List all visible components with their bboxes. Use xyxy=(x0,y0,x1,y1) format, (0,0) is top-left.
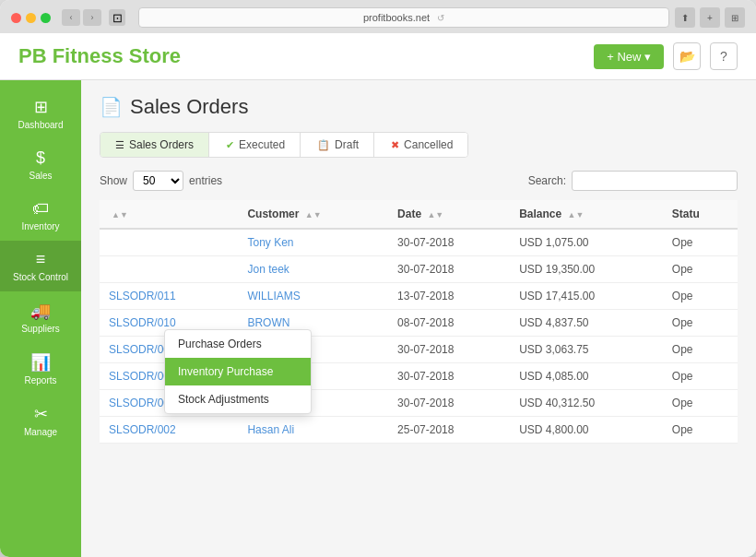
help-button[interactable]: ? xyxy=(710,42,738,70)
cell-balance: USD 4,085.00 xyxy=(510,363,663,390)
cell-status: Ope xyxy=(663,337,738,363)
show-entries: Show 50 25 100 entries xyxy=(100,171,222,191)
dropdown-item-purchase-orders[interactable]: Purchase Orders xyxy=(165,330,311,358)
cell-balance: USD 4,800.00 xyxy=(510,417,663,444)
dashboard-icon: ⊞ xyxy=(34,97,48,117)
table-header-row: ▲▼ Customer ▲▼ Date ▲▼ xyxy=(100,200,738,229)
page-title-row: 📄 Sales Orders xyxy=(100,95,738,119)
cell-customer: WILLIAMS xyxy=(238,283,388,310)
back-button[interactable]: ‹ xyxy=(62,9,80,26)
sales-icon: $ xyxy=(36,148,45,168)
new-button[interactable]: + New ▾ xyxy=(594,44,664,69)
share-button[interactable]: ⬆ xyxy=(675,7,695,28)
cell-customer: Tony Ken xyxy=(238,229,388,256)
customer-link[interactable]: Hasan Ali xyxy=(247,423,294,436)
date-sort-icon[interactable]: ▲▼ xyxy=(427,210,443,219)
customer-link[interactable]: Jon teek xyxy=(247,263,289,276)
cell-status: Ope xyxy=(663,417,738,444)
cell-status: Ope xyxy=(663,390,738,417)
traffic-lights xyxy=(11,13,51,23)
page-title-icon: 📄 xyxy=(100,96,123,118)
sidebar-item-dashboard[interactable]: ⊞ Dashboard xyxy=(0,88,81,139)
col-customer-label: Customer xyxy=(247,207,299,220)
window-layout-button[interactable]: ⊡ xyxy=(109,9,125,26)
executed-tab-icon: ✔ xyxy=(226,139,234,151)
sidebar-item-manage[interactable]: ✂ Manage xyxy=(0,395,81,446)
cell-balance: USD 17,415.00 xyxy=(510,283,663,310)
browser-chrome: ‹ › ⊡ profitbooks.net ↺ ⬆ + ⊞ xyxy=(0,0,756,33)
inventory-icon: 🏷 xyxy=(32,199,49,219)
dropdown-item-inventory-purchase[interactable]: Inventory Purchase xyxy=(165,358,311,385)
col-date-label: Date xyxy=(397,207,421,220)
folder-button[interactable]: 📂 xyxy=(673,42,701,70)
cancelled-tab-icon: ✖ xyxy=(391,139,399,151)
draft-tab-label: Draft xyxy=(335,138,359,151)
cell-balance: USD 4,837.50 xyxy=(510,310,663,337)
customer-link[interactable]: WILLIAMS xyxy=(247,290,300,302)
reports-icon: 📊 xyxy=(30,352,51,373)
minimize-button[interactable] xyxy=(26,13,36,23)
customer-link[interactable]: BROWN xyxy=(247,316,289,329)
sidebar-label-dashboard: Dashboard xyxy=(18,120,64,130)
sidebar-item-sales[interactable]: $ Sales xyxy=(0,139,81,190)
sidebar-label-suppliers: Suppliers xyxy=(21,324,60,334)
sidebar-item-suppliers[interactable]: 🚚 Suppliers xyxy=(0,291,81,343)
search-label: Search: xyxy=(528,174,566,187)
cell-order xyxy=(100,256,238,283)
dropdown-menu: Purchase Orders Inventory Purchase Stock… xyxy=(164,329,312,414)
tab-cancelled[interactable]: ✖ Cancelled xyxy=(376,133,467,157)
order-link[interactable]: SLSODR/010 xyxy=(109,316,176,329)
help-icon: ? xyxy=(720,49,727,64)
cell-date: 13-07-2018 xyxy=(388,283,510,310)
tab-sales-orders[interactable]: ☰ Sales Orders xyxy=(100,133,209,157)
col-status[interactable]: Statu xyxy=(663,200,738,229)
sidebar-label-inventory: Inventory xyxy=(21,221,59,231)
folder-icon: 📂 xyxy=(679,49,695,64)
reload-icon: ↺ xyxy=(437,13,444,23)
app-logo: PB Fitness Store xyxy=(18,44,181,68)
draft-tab-icon: 📋 xyxy=(317,139,330,151)
col-status-label: Statu xyxy=(672,207,700,220)
cell-status: Ope xyxy=(663,363,738,390)
address-bar[interactable]: profitbooks.net ↺ xyxy=(138,7,669,28)
cell-order: SLSODR/011 xyxy=(100,283,238,310)
balance-sort-icon[interactable]: ▲▼ xyxy=(568,210,585,219)
sidebar-toggle-button[interactable]: ⊞ xyxy=(725,7,745,28)
search-input[interactable] xyxy=(572,171,738,191)
cell-status: Ope xyxy=(663,283,738,310)
cell-status: Ope xyxy=(663,229,738,256)
tab-draft[interactable]: 📋 Draft xyxy=(302,133,374,157)
customer-link[interactable]: Tony Ken xyxy=(247,236,293,249)
table-row: Jon teek30-07-2018USD 19,350.00Ope xyxy=(100,256,738,283)
cell-balance: USD 1,075.00 xyxy=(510,229,663,256)
cell-order: SLSODR/002 xyxy=(100,417,238,444)
tab-executed[interactable]: ✔ Executed xyxy=(211,133,301,157)
col-customer[interactable]: Customer ▲▼ xyxy=(238,200,388,229)
controls-row: Show 50 25 100 entries Search: xyxy=(100,171,738,191)
cell-date: 25-07-2018 xyxy=(388,417,510,444)
col-balance[interactable]: Balance ▲▼ xyxy=(510,200,663,229)
browser-actions: ⬆ + ⊞ xyxy=(675,7,745,28)
sidebar-label-manage: Manage xyxy=(24,427,57,437)
dropdown-item-stock-adjustments[interactable]: Stock Adjustments xyxy=(165,385,311,413)
col-date[interactable]: Date ▲▼ xyxy=(388,200,510,229)
close-button[interactable] xyxy=(11,13,21,23)
cell-date: 30-07-2018 xyxy=(388,363,510,390)
order-link[interactable]: SLSODR/002 xyxy=(109,423,176,436)
table-row: SLSODR/002Hasan Ali25-07-2018USD 4,800.0… xyxy=(100,417,738,444)
sidebar-item-stock-control[interactable]: ≡ Stock Control xyxy=(0,241,81,291)
order-sort-icon[interactable]: ▲▼ xyxy=(112,210,128,219)
customer-sort-icon[interactable]: ▲▼ xyxy=(305,210,322,219)
app-header: PB Fitness Store + New ▾ 📂 ? xyxy=(0,33,756,80)
forward-button[interactable]: › xyxy=(83,9,101,26)
cell-date: 30-07-2018 xyxy=(388,337,510,363)
sidebar-label-reports: Reports xyxy=(24,375,56,385)
bookmark-button[interactable]: + xyxy=(700,7,720,28)
entries-select[interactable]: 50 25 100 xyxy=(133,171,183,191)
sidebar-item-inventory[interactable]: 🏷 Inventory xyxy=(0,190,81,241)
sidebar-item-reports[interactable]: 📊 Reports xyxy=(0,343,81,395)
maximize-button[interactable] xyxy=(41,13,51,23)
order-link[interactable]: SLSODR/011 xyxy=(109,290,176,302)
cell-order xyxy=(100,229,238,256)
nav-buttons: ‹ › xyxy=(62,9,101,26)
